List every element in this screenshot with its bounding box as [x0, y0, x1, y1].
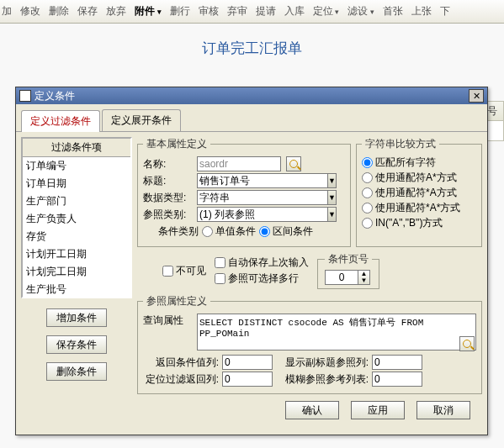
- fuzzy-label: 模糊参照参考列表:: [276, 372, 369, 387]
- retcol-label: 返回条件值列:: [143, 356, 219, 370]
- title-label: 标题:: [143, 174, 194, 188]
- tb-save[interactable]: 保存: [77, 4, 98, 18]
- tb-delete[interactable]: 删除: [49, 4, 69, 18]
- tb-first[interactable]: 首张: [383, 4, 403, 18]
- dialog-title: 定义条件: [34, 89, 75, 103]
- title-input[interactable]: [197, 173, 328, 188]
- chevron-down-icon[interactable]: ▼: [328, 207, 337, 222]
- query-textarea[interactable]: [197, 314, 476, 350]
- tab-filter-conditions[interactable]: 定义过滤条件: [21, 110, 100, 132]
- list-item[interactable]: 生产批号: [23, 281, 130, 298]
- wildcard-a-star-radio[interactable]: 使用通配符A*方式: [362, 171, 476, 185]
- ref-select[interactable]: [197, 207, 328, 222]
- tb-prev[interactable]: 上张: [411, 4, 432, 18]
- basic-legend: 基本属性定义: [143, 137, 210, 151]
- subtitle-input[interactable]: [372, 355, 422, 370]
- list-item[interactable]: 计划开工日期: [23, 245, 130, 263]
- list-header: 过滤条件项: [23, 139, 130, 157]
- tb-delrow[interactable]: 删行: [170, 4, 190, 18]
- delete-condition-button[interactable]: 删除条件: [46, 362, 107, 381]
- compare-legend: 字符串比较方式: [362, 137, 439, 151]
- list-item[interactable]: 订单日期: [23, 175, 130, 192]
- tb-next[interactable]: 下: [440, 4, 450, 18]
- tb-locate[interactable]: 定位: [313, 4, 340, 18]
- subtitle-label: 显示副标题参照列:: [276, 356, 369, 370]
- range-value-radio[interactable]: 区间条件: [259, 224, 313, 239]
- single-value-radio[interactable]: 单值条件: [202, 224, 256, 239]
- loc-label: 定位过滤返回列:: [143, 372, 219, 387]
- define-conditions-dialog: 定义条件 ✕ 定义过滤条件 定义展开条件 过滤条件项 订单编号 订单日期 生产部…: [15, 87, 488, 435]
- page-number-input[interactable]: [325, 270, 358, 285]
- save-condition-button[interactable]: 保存条件: [46, 335, 107, 354]
- tab-expand-conditions[interactable]: 定义展开条件: [102, 109, 181, 131]
- tb-add[interactable]: 加: [2, 4, 12, 18]
- name-lookup-button[interactable]: [286, 156, 301, 171]
- chevron-down-icon[interactable]: ▼: [328, 173, 337, 188]
- spinner-down-icon[interactable]: ▼: [358, 277, 369, 284]
- string-compare-group: 字符串比较方式 匹配所有字符 使用通配符A*方式 使用通配符*A方式 使用通配符…: [356, 137, 482, 247]
- list-item[interactable]: 存货: [23, 228, 130, 245]
- wildcard-star-a-radio[interactable]: 使用通配符*A方式: [362, 186, 476, 200]
- dialog-titlebar: 定义条件 ✕: [16, 87, 487, 104]
- name-label: 名称:: [143, 157, 194, 171]
- cond-type-label: 条件类别: [158, 224, 199, 239]
- list-item[interactable]: 订单编号: [23, 157, 130, 175]
- apply-button[interactable]: 应用: [351, 401, 405, 419]
- type-label: 数据类型:: [143, 191, 194, 205]
- ref-attr-legend: 参照属性定义: [143, 294, 210, 308]
- ref-attr-group: 参照属性定义 查询属性 返回条件值列: 显示副标题参照列: 定位过滤返回列:: [137, 294, 482, 394]
- autosave-checkbox[interactable]: 自动保存上次输入: [215, 256, 309, 270]
- page-number-label: 条件页号: [325, 252, 372, 266]
- fuzzy-input[interactable]: [372, 372, 422, 387]
- loc-input[interactable]: [222, 372, 273, 387]
- match-all-radio[interactable]: 匹配所有字符: [362, 155, 476, 170]
- list-item[interactable]: 生产部门: [23, 192, 130, 210]
- tb-attach[interactable]: 附件: [135, 4, 162, 18]
- search-icon: [289, 160, 298, 168]
- tb-discard[interactable]: 放弃: [106, 4, 126, 18]
- chevron-down-icon[interactable]: ▼: [328, 190, 337, 205]
- list-item[interactable]: 计划完工日期: [23, 263, 130, 281]
- search-icon: [463, 340, 471, 348]
- ref-label: 参照类别:: [143, 208, 194, 222]
- tb-audit[interactable]: 审核: [199, 4, 219, 18]
- add-condition-button[interactable]: 增加条件: [46, 308, 107, 327]
- query-lookup-button[interactable]: [459, 336, 475, 351]
- tb-unaudit[interactable]: 弃审: [227, 4, 247, 18]
- cancel-button[interactable]: 取消: [416, 401, 470, 419]
- in-list-radio[interactable]: IN("A","B")方式: [362, 216, 476, 230]
- retcol-input[interactable]: [222, 355, 273, 370]
- multiselect-checkbox[interactable]: 参照可选择多行: [215, 271, 309, 286]
- wildcard-star-a-star-radio[interactable]: 使用通配符*A*方式: [362, 201, 476, 215]
- query-label: 查询属性: [143, 314, 194, 328]
- ok-button[interactable]: 确认: [285, 401, 339, 419]
- basic-attributes-group: 基本属性定义 名称: 标题: ▼ 数据类型: ▼: [137, 137, 351, 247]
- type-select[interactable]: [197, 190, 328, 205]
- main-toolbar: 加 修改 删除 保存 放弃 附件 删行 审核 弃审 提请 入库 定位 滤设 首张…: [0, 0, 504, 24]
- tb-submit[interactable]: 提请: [256, 4, 276, 18]
- name-input[interactable]: [197, 156, 281, 171]
- invisible-checkbox[interactable]: 不可见: [162, 264, 206, 278]
- tb-stock[interactable]: 入库: [284, 4, 305, 18]
- close-icon[interactable]: ✕: [469, 89, 484, 103]
- condition-listbox[interactable]: 过滤条件项 订单编号 订单日期 生产部门 生产负责人 存货 计划开工日期 计划完…: [21, 137, 132, 298]
- tabstrip: 定义过滤条件 定义展开条件: [16, 104, 487, 132]
- list-item[interactable]: 生产负责人: [23, 210, 130, 228]
- tb-filter[interactable]: 滤设: [347, 4, 374, 18]
- page-number-group: 条件页号 ▲▼: [317, 252, 379, 289]
- page-title: 订单完工汇报单: [0, 24, 504, 66]
- app-icon: [19, 90, 31, 102]
- tb-edit[interactable]: 修改: [20, 4, 40, 18]
